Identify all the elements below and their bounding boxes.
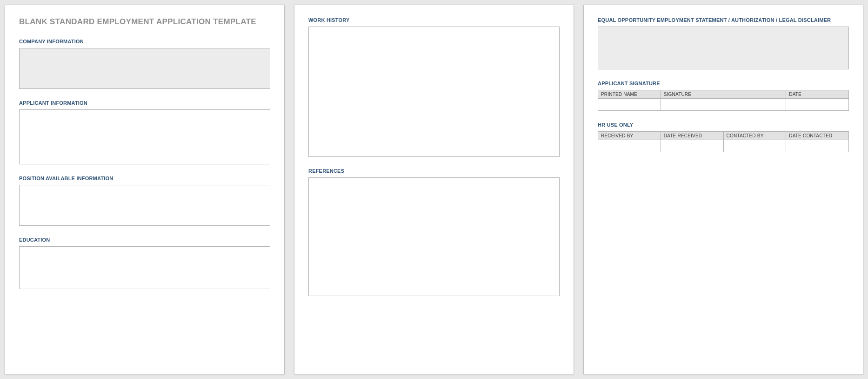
- th-date-contacted: DATE CONTACTED: [786, 132, 849, 140]
- page-2: WORK HISTORY REFERENCES: [294, 5, 574, 374]
- cell-signature[interactable]: [661, 99, 786, 111]
- cell-contacted-by[interactable]: [723, 140, 786, 152]
- section-position-info: POSITION AVAILABLE INFORMATION: [19, 176, 270, 226]
- th-received-by: RECEIVED BY: [598, 132, 661, 140]
- section-education: EDUCATION: [19, 237, 270, 289]
- section-eoe: EQUAL OPPORTUNITY EMPLOYMENT STATEMENT /…: [598, 17, 849, 69]
- th-signature: SIGNATURE: [661, 90, 786, 99]
- table-hr: RECEIVED BY DATE RECEIVED CONTACTED BY D…: [598, 131, 849, 152]
- section-title-position-info: POSITION AVAILABLE INFORMATION: [19, 176, 270, 181]
- table-signature: PRINTED NAME SIGNATURE DATE: [598, 90, 849, 111]
- page-3: EQUAL OPPORTUNITY EMPLOYMENT STATEMENT /…: [583, 5, 863, 374]
- section-applicant-info: APPLICANT INFORMATION: [19, 100, 270, 164]
- section-title-signature: APPLICANT SIGNATURE: [598, 81, 849, 86]
- th-printed-name: PRINTED NAME: [598, 90, 661, 99]
- field-education[interactable]: [19, 246, 270, 289]
- document-title: BLANK STANDARD EMPLOYMENT APPLICATION TE…: [19, 17, 270, 27]
- section-title-references: REFERENCES: [308, 168, 560, 174]
- th-date-received: DATE RECEIVED: [661, 132, 723, 140]
- field-work-history[interactable]: [308, 27, 560, 157]
- section-references: REFERENCES: [308, 168, 560, 296]
- page-1: BLANK STANDARD EMPLOYMENT APPLICATION TE…: [5, 5, 285, 374]
- field-applicant-info[interactable]: [19, 109, 270, 164]
- th-date: DATE: [786, 90, 849, 99]
- cell-printed-name[interactable]: [598, 99, 661, 111]
- cell-received-by[interactable]: [598, 140, 661, 152]
- cell-date[interactable]: [786, 99, 849, 111]
- field-eoe[interactable]: [598, 27, 849, 69]
- section-signature: APPLICANT SIGNATURE PRINTED NAME SIGNATU…: [598, 81, 849, 111]
- section-title-applicant-info: APPLICANT INFORMATION: [19, 100, 270, 106]
- field-position-info[interactable]: [19, 185, 270, 226]
- section-title-company-info: COMPANY INFORMATION: [19, 39, 270, 44]
- field-company-info[interactable]: [19, 48, 270, 89]
- th-contacted-by: CONTACTED BY: [723, 132, 786, 140]
- section-title-hr: HR USE ONLY: [598, 122, 849, 128]
- cell-date-received[interactable]: [661, 140, 723, 152]
- section-title-education: EDUCATION: [19, 237, 270, 243]
- section-company-info: COMPANY INFORMATION: [19, 39, 270, 89]
- cell-date-contacted[interactable]: [786, 140, 849, 152]
- section-title-eoe: EQUAL OPPORTUNITY EMPLOYMENT STATEMENT /…: [598, 17, 849, 23]
- section-hr: HR USE ONLY RECEIVED BY DATE RECEIVED CO…: [598, 122, 849, 152]
- section-title-work-history: WORK HISTORY: [308, 17, 560, 23]
- field-references[interactable]: [308, 177, 560, 296]
- section-work-history: WORK HISTORY: [308, 17, 560, 157]
